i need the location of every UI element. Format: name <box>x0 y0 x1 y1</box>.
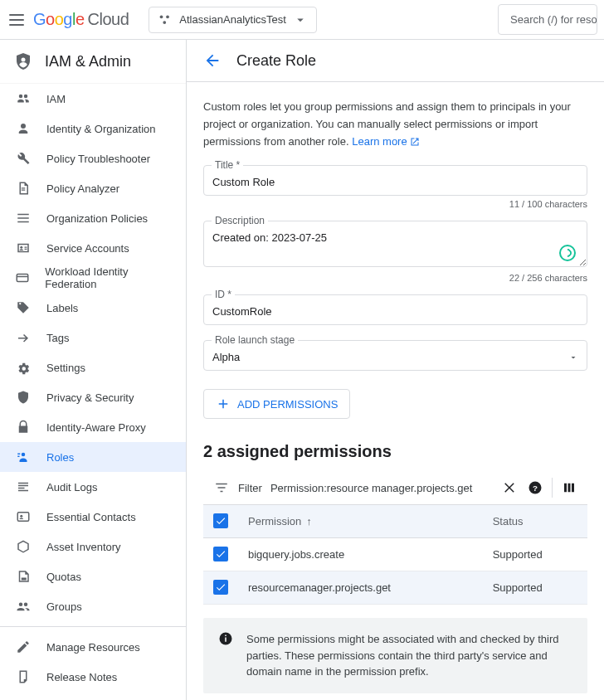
google-cloud-logo[interactable]: Google Cloud <box>33 10 129 29</box>
page-header: Create Role <box>187 40 604 82</box>
sidebar-item-identity-organization[interactable]: Identity & Organization <box>0 114 186 143</box>
sidebar-item-label: Workload Identity Federation <box>45 265 171 290</box>
gear-icon <box>15 359 32 376</box>
filter-icon[interactable] <box>213 479 230 496</box>
svg-point-14 <box>24 603 28 607</box>
svg-rect-11 <box>17 513 29 522</box>
add-permissions-button[interactable]: ADD PERMISSIONS <box>203 389 350 419</box>
svg-text:?: ? <box>533 484 538 493</box>
learn-more-link[interactable]: Learn more <box>352 135 420 148</box>
clear-filter-icon[interactable] <box>502 479 519 496</box>
sidebar-header[interactable]: IAM & Admin <box>0 40 186 84</box>
id-label: ID * <box>212 289 235 300</box>
cube-icon <box>15 538 32 555</box>
sidebar-item-workload-identity-federation[interactable]: Workload Identity Federation <box>0 263 186 293</box>
sidebar-item-label: Roles <box>46 451 74 464</box>
sidebar-item-privacy-security[interactable]: Privacy & Security <box>0 382 186 412</box>
sidebar-item-label: Service Accounts <box>46 242 129 255</box>
columns-icon[interactable] <box>561 479 577 496</box>
sidebar-item-manage-resources[interactable]: Manage Resources <box>0 632 186 662</box>
hamburger-menu-icon[interactable] <box>7 10 27 30</box>
col-status[interactable]: Status <box>483 505 587 538</box>
svg-rect-8 <box>17 275 28 282</box>
group-icon <box>15 598 32 615</box>
sidebar-item-service-accounts[interactable]: Service Accounts <box>0 233 186 263</box>
svg-point-4 <box>19 95 23 99</box>
description-input[interactable] <box>203 221 587 267</box>
svg-point-5 <box>24 95 28 99</box>
page-title: Create Role <box>236 52 316 70</box>
id-input[interactable] <box>203 294 587 325</box>
sidebar-item-label: Manage Resources <box>46 641 140 654</box>
sidebar-item-label: Quotas <box>46 571 81 583</box>
sidebar-item-tags[interactable]: Tags <box>0 323 186 352</box>
svg-point-7 <box>20 246 22 249</box>
note-icon <box>15 668 32 685</box>
sidebar-item-label: Asset Inventory <box>46 541 121 553</box>
contact-icon <box>15 508 32 525</box>
main-content: Create Role Custom roles let you group p… <box>187 40 604 700</box>
title-label: Title * <box>212 159 243 171</box>
sidebar-item-quotas[interactable]: Quotas <box>0 561 186 591</box>
title-field: Title * <box>203 165 587 196</box>
sidebar-item-label: Audit Logs <box>46 481 97 493</box>
description-counter: 22 / 256 characters <box>203 273 587 283</box>
select-all-checkbox[interactable] <box>213 513 228 528</box>
chevron-down-icon <box>293 12 308 27</box>
sidebar-item-organization-policies[interactable]: Organization Policies <box>0 203 186 233</box>
title-input[interactable] <box>203 165 587 196</box>
sidebar-item-groups[interactable]: Groups <box>0 591 186 621</box>
help-icon[interactable]: ? <box>527 479 543 496</box>
project-name: AtlassianAnalyticsTest <box>179 13 286 26</box>
sidebar-item-label: Tags <box>46 332 69 344</box>
status-cell: Supported <box>483 571 587 605</box>
sidebar-item-label: Release Notes <box>46 671 117 683</box>
sidebar-item-policy-analyzer[interactable]: Policy Analyzer <box>0 173 186 203</box>
sidebar-item-labels[interactable]: Labels <box>0 293 186 323</box>
sidebar-item-policy-troubleshooter[interactable]: Policy Troubleshooter <box>0 143 186 173</box>
project-icon <box>158 12 173 27</box>
sidebar-item-audit-logs[interactable]: Audit Logs <box>0 472 186 502</box>
sidebar-item-label: Policy Analyzer <box>46 182 119 195</box>
filter-chip[interactable]: Permission:resource manager.projects.get <box>270 482 473 494</box>
topbar: Google Cloud AtlassianAnalyticsTest Sear… <box>0 0 604 40</box>
card-icon <box>15 270 30 286</box>
permissions-table: Permission↑ Status bigquery.jobs.createS… <box>203 505 587 605</box>
id-field: ID * <box>203 294 587 325</box>
table-row: bigquery.jobs.createSupported <box>203 538 587 571</box>
sidebar-item-settings[interactable]: Settings <box>0 352 186 382</box>
svg-point-10 <box>22 453 26 457</box>
doc-icon <box>15 180 32 197</box>
logo-cloud-text: Cloud <box>88 10 129 29</box>
svg-point-13 <box>19 603 23 607</box>
info-icon <box>218 631 233 680</box>
sidebar-item-label: Privacy & Security <box>46 391 134 404</box>
chevron-down-icon <box>568 352 578 362</box>
svg-point-1 <box>166 15 169 18</box>
plus-icon <box>216 396 231 411</box>
svg-rect-19 <box>225 635 226 637</box>
search-input[interactable]: Search (/) for resou <box>498 4 597 35</box>
sidebar-item-iam[interactable]: IAM <box>0 84 186 114</box>
sidebar-item-label: Organization Policies <box>46 212 148 225</box>
lock-icon <box>15 419 32 435</box>
row-checkbox[interactable] <box>213 580 228 595</box>
sidebar-item-roles[interactable]: Roles <box>0 442 186 472</box>
badge-icon <box>15 240 32 256</box>
svg-point-6 <box>21 124 26 129</box>
sidebar-item-asset-inventory[interactable]: Asset Inventory <box>0 532 186 561</box>
assigned-permissions-title: 2 assigned permissions <box>203 442 587 461</box>
svg-rect-18 <box>225 638 226 642</box>
permission-cell: resourcemanager.projects.get <box>238 571 483 605</box>
sidebar-item-essential-contacts[interactable]: Essential Contacts <box>0 502 186 532</box>
stage-value: Alpha <box>212 351 240 363</box>
sidebar-item-release-notes[interactable]: Release Notes <box>0 662 186 692</box>
role-icon <box>15 449 32 465</box>
svg-rect-9 <box>17 276 28 278</box>
project-picker[interactable]: AtlassianAnalyticsTest <box>149 7 317 33</box>
sidebar-item-identity-aware-proxy[interactable]: Identity-Aware Proxy <box>0 412 186 442</box>
col-permission[interactable]: Permission↑ <box>238 505 483 538</box>
sidebar-title: IAM & Admin <box>45 53 131 70</box>
back-arrow-icon[interactable] <box>203 51 222 70</box>
row-checkbox[interactable] <box>213 547 228 561</box>
